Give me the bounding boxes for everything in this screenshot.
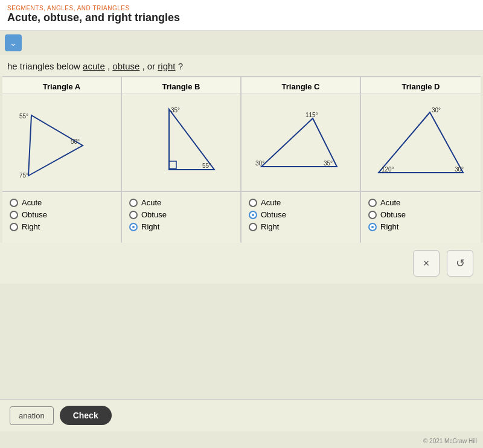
explanation-button[interactable]: anation — [10, 406, 54, 425]
option-label: Obtuse — [141, 210, 167, 219]
triangle-b-option-right[interactable]: Right — [129, 222, 233, 231]
triangle-c-header: Triangle C — [242, 77, 360, 94]
triangle-c-options: Acute Obtuse Right — [242, 191, 360, 243]
radio-circle-selected — [249, 211, 257, 219]
triangle-d-options: Acute Obtuse Right — [361, 191, 481, 243]
svg-marker-12 — [379, 112, 463, 173]
triangle-col-c: Triangle C 115° 35° 30° Acute Obtuse Rig… — [242, 77, 361, 243]
option-label: Right — [261, 222, 279, 231]
radio-circle — [10, 223, 18, 231]
header: SEGMENTS, ANGLES, AND TRIANGLES Acute, o… — [0, 0, 483, 31]
triangle-col-d: Triangle D 30° 120° 30° Acute Obtuse Rig… — [361, 77, 481, 243]
option-label: Acute — [22, 198, 42, 207]
check-button[interactable]: Check — [60, 406, 112, 425]
svg-text:75°: 75° — [19, 172, 28, 179]
svg-text:35°: 35° — [324, 160, 333, 167]
option-label: Right — [380, 222, 398, 231]
triangle-d-header: Triangle D — [361, 77, 481, 94]
question-acute: acute — [83, 61, 105, 71]
triangle-c-figure: 115° 35° 30° — [242, 94, 360, 191]
question-text: he triangles below acute , obtuse , or r… — [0, 55, 483, 76]
option-label: Right — [141, 222, 159, 231]
triangle-a-options: Acute Obtuse Right — [2, 191, 121, 243]
svg-rect-5 — [169, 161, 176, 168]
triangle-c-option-acute[interactable]: Acute — [249, 198, 353, 207]
svg-text:30°: 30° — [432, 107, 441, 114]
radio-circle — [129, 199, 138, 207]
bottom-icon-area: × ↺ — [0, 243, 483, 284]
close-button[interactable]: × — [413, 250, 440, 277]
radio-circle — [368, 211, 377, 219]
svg-text:115°: 115° — [305, 112, 318, 118]
radio-circle-selected — [129, 223, 138, 231]
triangle-a-option-obtuse[interactable]: Obtuse — [10, 210, 114, 219]
footer-bar: anation Check — [0, 399, 483, 431]
undo-button[interactable]: ↺ — [447, 250, 473, 277]
triangle-col-b: Triangle B 35° 55° Acute Obtuse R — [122, 77, 242, 243]
svg-marker-0 — [28, 115, 83, 176]
option-label: Right — [22, 222, 40, 231]
question-prefix: he triangles below — [7, 61, 83, 71]
triangle-b-figure: 35° 55° — [122, 94, 240, 191]
triangle-d-option-acute[interactable]: Acute — [368, 198, 473, 207]
option-label: Acute — [380, 198, 400, 207]
svg-text:30°: 30° — [255, 160, 264, 167]
question-obtuse: obtuse — [112, 61, 139, 71]
radio-circle — [368, 199, 377, 207]
option-label: Acute — [141, 198, 161, 207]
radio-circle — [249, 199, 257, 207]
svg-text:30°: 30° — [455, 166, 464, 173]
option-label: Acute — [261, 198, 281, 207]
header-subtitle: SEGMENTS, ANGLES, AND TRIANGLES — [7, 5, 476, 11]
triangle-a-figure: 55° 50° 75° — [2, 94, 121, 191]
svg-text:55°: 55° — [19, 113, 28, 120]
triangles-grid: Triangle A 55° 50° 75° Acute Obtuse Righ… — [2, 76, 481, 243]
option-label: Obtuse — [261, 210, 286, 219]
triangle-c-option-obtuse[interactable]: Obtuse — [249, 210, 353, 219]
triangle-d-option-right[interactable]: Right — [368, 222, 473, 231]
radio-circle — [129, 211, 138, 219]
triangle-a-option-right[interactable]: Right — [10, 222, 114, 231]
svg-text:50°: 50° — [71, 138, 80, 145]
copyright: © 2021 McGraw Hill — [423, 438, 477, 444]
option-label: Obtuse — [380, 210, 406, 219]
svg-marker-4 — [169, 109, 214, 170]
triangle-b-header: Triangle B — [122, 77, 240, 94]
svg-marker-8 — [261, 118, 337, 167]
header-title: Acute, obtuse, and right triangles — [7, 11, 476, 24]
question-right: right — [158, 61, 175, 71]
triangle-c-option-right[interactable]: Right — [249, 222, 353, 231]
svg-text:55°: 55° — [202, 162, 211, 169]
triangle-d-option-obtuse[interactable]: Obtuse — [368, 210, 473, 219]
radio-circle — [249, 223, 257, 231]
radio-circle — [10, 199, 18, 207]
triangle-b-options: Acute Obtuse Right — [122, 191, 240, 243]
radio-circle — [10, 211, 18, 219]
triangle-a-header: Triangle A — [2, 77, 121, 94]
radio-circle-selected — [368, 223, 377, 231]
option-label: Obtuse — [22, 210, 47, 219]
triangle-col-a: Triangle A 55° 50° 75° Acute Obtuse Righ… — [2, 77, 122, 243]
triangle-d-figure: 30° 120° 30° — [361, 94, 481, 191]
svg-text:120°: 120° — [382, 166, 394, 173]
svg-text:35°: 35° — [171, 107, 180, 114]
triangle-b-option-obtuse[interactable]: Obtuse — [129, 210, 233, 219]
triangle-b-option-acute[interactable]: Acute — [129, 198, 233, 207]
triangle-a-option-acute[interactable]: Acute — [10, 198, 114, 207]
chevron-down-button[interactable]: ⌄ — [5, 34, 22, 51]
